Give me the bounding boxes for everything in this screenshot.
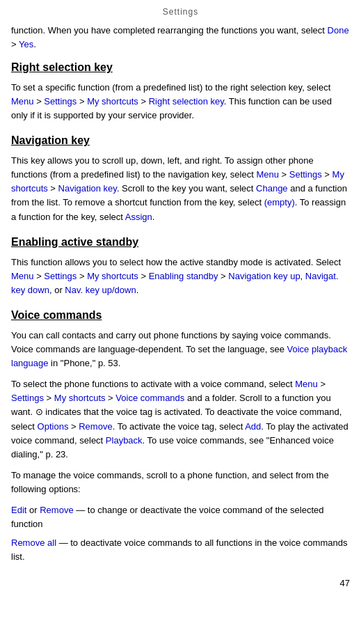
vc-remove-link[interactable]: Remove <box>79 421 112 432</box>
eas-navkeyup-link[interactable]: Navigation key up <box>228 271 300 281</box>
rsk-myshortcuts-link[interactable]: My shortcuts <box>87 96 138 107</box>
vc-playback-link[interactable]: Playback <box>106 435 143 446</box>
nk-menu-link[interactable]: Menu <box>256 169 279 180</box>
intro-text-3: . <box>33 39 36 49</box>
nk-navkey-link[interactable]: Navigation key <box>58 183 117 194</box>
vc-para-1: You can call contacts and carry out phon… <box>11 329 350 370</box>
vc-menu-link[interactable]: Menu <box>295 379 318 389</box>
vc-para-2: To select the phone functions to activat… <box>11 377 350 462</box>
vc-myshortcuts-link[interactable]: My shortcuts <box>54 393 106 403</box>
eas-navkeyupdown-link[interactable]: Nav. key up/down <box>65 285 136 295</box>
eas-settings-link[interactable]: Settings <box>44 271 77 281</box>
nk-settings-link[interactable]: Settings <box>289 169 322 180</box>
intro-text-1: function. When you have completed rearra… <box>11 25 328 36</box>
body-right-selection-key: To set a specific function (from a prede… <box>11 81 350 123</box>
vc-edit-link[interactable]: Edit <box>11 505 26 515</box>
vc-options-link[interactable]: Options <box>38 421 69 432</box>
page-header: Settings <box>11 7 350 17</box>
heading-voice-commands: Voice commands <box>11 308 350 323</box>
body-voice-commands: You can call contacts and carry out phon… <box>11 329 350 564</box>
nk-text-2: . Scroll to the key you want, select <box>117 183 256 194</box>
vc-para-4: Edit or Remove — to change or deactivate… <box>11 503 350 531</box>
intro-paragraph: function. When you have completed rearra… <box>11 24 350 51</box>
heading-navigation-key: Navigation key <box>11 134 350 148</box>
vc-para-3: To manage the voice commands, scroll to … <box>11 469 350 496</box>
nk-empty-link[interactable]: (empty) <box>264 197 295 207</box>
body-navigation-key: This key allows you to scroll up, down, … <box>11 154 350 224</box>
vc-removeall-link[interactable]: Remove all <box>11 537 56 548</box>
vc-text-2d: . To activate the voice tag, select <box>113 421 246 432</box>
vc-voicecommands-link[interactable]: Voice commands <box>115 393 184 403</box>
yes-link[interactable]: Yes <box>19 39 33 49</box>
vc-text-2a: To select the phone functions to activat… <box>11 379 295 389</box>
nk-assign-link[interactable]: Assign <box>125 212 152 222</box>
vc-settings-link[interactable]: Settings <box>11 393 44 403</box>
rsk-rightselection-link[interactable]: Right selection key <box>149 96 224 107</box>
vc-text-1a: You can call contacts and carry out phon… <box>11 330 331 354</box>
page-number: 47 <box>11 578 350 588</box>
vc-para-5: Remove all — to deactivate voice command… <box>11 536 350 564</box>
section-voice-commands: Voice commands You can call contacts and… <box>11 308 350 564</box>
nk-text-5: . <box>152 212 155 222</box>
page-title: Settings <box>11 7 350 17</box>
rsk-menu-link[interactable]: Menu <box>11 96 34 107</box>
rsk-text-1: To set a specific function (from a prede… <box>11 82 330 93</box>
vc-remove2-link[interactable]: Remove <box>40 505 73 515</box>
body-enabling-standby: This function allows you to select how t… <box>11 256 350 297</box>
eas-enstandby-link[interactable]: Enabling standby <box>149 271 218 281</box>
nk-change-link[interactable]: Change <box>256 183 288 194</box>
eas-text-1: This function allows you to select how t… <box>11 257 341 267</box>
vc-add-link[interactable]: Add <box>245 421 261 432</box>
vc-text-5: — to deactivate voice commands to all fu… <box>11 537 347 562</box>
eas-menu-link[interactable]: Menu <box>11 271 34 281</box>
voice-tag-icon: ⊙ <box>35 407 43 417</box>
section-enabling-standby: Enabling active standby This function al… <box>11 235 350 297</box>
vc-text-1b: in "Phone," p. 53. <box>49 358 121 368</box>
done-link[interactable]: Done <box>328 25 349 36</box>
section-navigation-key: Navigation key This key allows you to sc… <box>11 134 350 224</box>
rsk-settings-link[interactable]: Settings <box>44 96 77 107</box>
vc-text-3: To manage the voice commands, scroll to … <box>11 470 329 494</box>
section-right-selection-key: Right selection key To set a specific fu… <box>11 61 350 123</box>
heading-right-selection-key: Right selection key <box>11 61 350 75</box>
intro-text-2: > <box>11 39 19 49</box>
heading-enabling-standby: Enabling active standby <box>11 235 350 250</box>
eas-myshortcuts-link[interactable]: My shortcuts <box>87 271 138 281</box>
